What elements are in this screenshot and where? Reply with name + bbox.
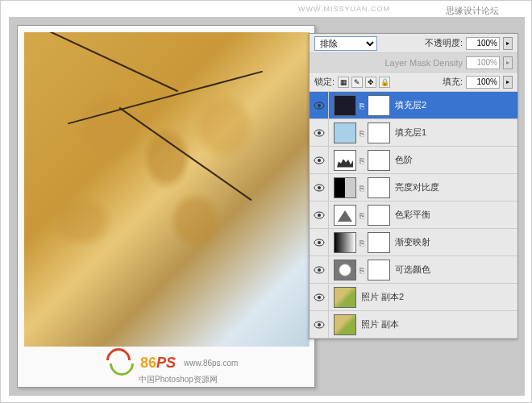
lock-position-icon[interactable]: ✥: [365, 77, 376, 88]
eye-icon: [314, 239, 325, 247]
layer-thumbnail[interactable]: [334, 177, 356, 198]
layer-name[interactable]: 填充层1: [390, 127, 426, 139]
eye-icon: [314, 321, 325, 329]
fill-arrow-icon[interactable]: ▸: [503, 76, 513, 89]
opacity-arrow-icon[interactable]: ▸: [503, 37, 513, 50]
svg-point-11: [318, 241, 321, 244]
layer-row[interactable]: 照片 副本2: [310, 284, 517, 311]
svg-point-13: [318, 268, 321, 272]
layer-thumbnail[interactable]: [334, 123, 356, 143]
eye-icon: [314, 184, 325, 192]
layer-row[interactable]: ⎘ 亮度对比度: [310, 174, 517, 202]
layer-row[interactable]: ⎘ 色彩平衡: [310, 202, 517, 229]
mask-thumbnail[interactable]: [368, 123, 390, 143]
lock-fill-row: 锁定: ▦ ✎ ✥ 🔒 填充: ▸: [310, 73, 517, 92]
forum-name: 思缘设计论坛: [446, 5, 499, 17]
visibility-toggle[interactable]: [310, 202, 329, 228]
lock-pixels-icon[interactable]: ✎: [351, 77, 363, 88]
eye-icon: [314, 293, 325, 301]
mask-thumbnail[interactable]: [368, 260, 390, 280]
visibility-toggle[interactable]: [310, 256, 329, 283]
visibility-toggle[interactable]: [310, 284, 329, 310]
eye-icon: [314, 211, 325, 219]
link-icon: ⎘: [360, 239, 364, 247]
visibility-toggle[interactable]: [310, 311, 329, 338]
layer-name[interactable]: 色彩平衡: [390, 209, 430, 221]
fill-input[interactable]: [466, 76, 500, 89]
blend-opacity-row: 排除 不透明度: ▸: [310, 34, 517, 53]
logo-swirl-icon: [106, 348, 135, 377]
layer-name[interactable]: 亮度对比度: [390, 181, 439, 193]
link-icon: ⎘: [360, 102, 364, 110]
layers-panel: 排除 不透明度: ▸ Layer Mask Density ▸ 锁定: ▦ ✎ …: [309, 33, 518, 339]
svg-point-15: [318, 296, 321, 299]
eye-icon: [314, 102, 325, 110]
layer-thumbnail[interactable]: [334, 205, 356, 226]
eye-icon: [314, 156, 325, 164]
layer-row[interactable]: 照片 副本: [310, 311, 517, 339]
watermark-url: www.86ps.com: [184, 359, 238, 368]
document-frame[interactable]: 86PS www.86ps.com 中国Photoshop资源网: [17, 25, 315, 388]
visibility-toggle[interactable]: [310, 147, 329, 173]
mask-density-row: Layer Mask Density ▸: [310, 53, 517, 73]
svg-point-17: [318, 323, 321, 326]
eye-icon: [314, 266, 325, 274]
mask-thumbnail[interactable]: [368, 205, 390, 226]
mask-density-input: [466, 56, 500, 69]
layer-row[interactable]: ⎘ 渐变映射: [310, 229, 517, 256]
canvas-workspace: 86PS www.86ps.com 中国Photoshop资源网 排除 不透明度…: [9, 17, 525, 396]
link-icon: ⎘: [360, 156, 364, 164]
layer-thumbnail[interactable]: [334, 95, 356, 116]
visibility-toggle[interactable]: [310, 229, 329, 256]
svg-point-5: [318, 159, 321, 162]
blend-mode-dropdown[interactable]: 排除: [314, 36, 377, 51]
mask-thumbnail[interactable]: [368, 95, 390, 116]
document-image: [24, 32, 310, 347]
layer-row[interactable]: ⎘ 填充层2: [310, 92, 517, 119]
layer-thumbnail[interactable]: [334, 260, 356, 280]
layer-name[interactable]: 色阶: [390, 154, 413, 166]
mask-density-label: Layer Mask Density: [384, 58, 463, 68]
leaf-texture: [24, 32, 310, 347]
link-icon: ⎘: [360, 129, 364, 137]
eye-icon: [314, 129, 325, 137]
opacity-input[interactable]: [466, 37, 500, 50]
lock-transparency-icon[interactable]: ▦: [338, 77, 349, 88]
svg-point-7: [318, 186, 321, 189]
logo-text: 86PS: [140, 355, 176, 372]
mask-thumbnail[interactable]: [368, 150, 390, 171]
watermark-logo: 86PS www.86ps.com: [106, 348, 238, 377]
visibility-toggle[interactable]: [310, 92, 329, 118]
link-icon: ⎘: [360, 184, 364, 192]
fill-label: 填充:: [443, 76, 463, 88]
link-icon: ⎘: [360, 211, 364, 219]
layer-name[interactable]: 填充层2: [390, 99, 426, 111]
header-url: WWW.MISSYUAN.COM: [298, 5, 390, 13]
lock-icon-group: ▦ ✎ ✥ 🔒: [338, 77, 390, 88]
layer-name[interactable]: 照片 副本: [356, 318, 399, 330]
mask-thumbnail[interactable]: [368, 232, 390, 253]
watermark-subtitle: 中国Photoshop资源网: [139, 374, 218, 385]
layer-thumbnail[interactable]: [334, 287, 356, 308]
layer-row[interactable]: ⎘ 填充层1: [310, 119, 517, 147]
svg-point-9: [318, 214, 321, 217]
visibility-toggle[interactable]: [310, 119, 329, 146]
layer-name[interactable]: 照片 副本2: [356, 291, 404, 303]
lock-all-icon[interactable]: 🔒: [379, 77, 390, 88]
layer-row[interactable]: ⎘ 可选颜色: [310, 256, 517, 284]
layer-row[interactable]: ⎘ 色阶: [310, 147, 517, 174]
lock-label: 锁定:: [314, 76, 335, 88]
svg-point-1: [318, 104, 321, 107]
visibility-toggle[interactable]: [310, 174, 329, 201]
opacity-label: 不透明度:: [425, 37, 463, 49]
layer-name[interactable]: 可选颜色: [390, 264, 430, 276]
mask-density-arrow-icon: ▸: [503, 56, 513, 69]
svg-point-3: [318, 131, 321, 135]
mask-thumbnail[interactable]: [368, 177, 390, 198]
layer-list: ⎘ 填充层2 ⎘ 填充层1 ⎘: [310, 92, 517, 339]
link-icon: ⎘: [360, 266, 364, 274]
layer-thumbnail[interactable]: [334, 150, 356, 171]
layer-name[interactable]: 渐变映射: [390, 236, 430, 248]
layer-thumbnail[interactable]: [334, 232, 356, 253]
layer-thumbnail[interactable]: [334, 314, 356, 335]
